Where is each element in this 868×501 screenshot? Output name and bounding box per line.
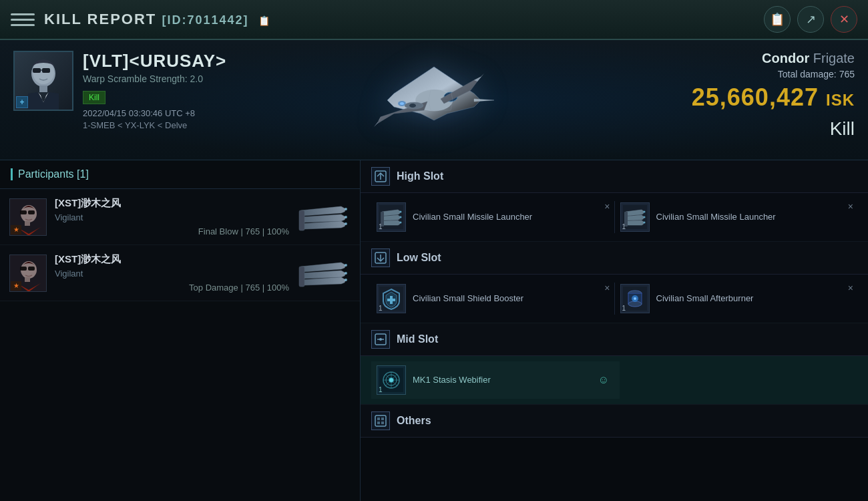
- remove-item-1[interactable]: ×: [604, 201, 610, 212]
- participant-name: [XST]渺木之风: [55, 197, 289, 210]
- missile-launcher-icon-2: 1: [620, 202, 650, 232]
- svg-point-38: [400, 216, 402, 218]
- svg-rect-68: [377, 418, 380, 420]
- low-slot-item-2-name: Civilian Small Afterburner: [656, 293, 754, 305]
- afterburner-icon: 1: [620, 284, 650, 313]
- menu-button[interactable]: [11, 7, 35, 31]
- svg-point-33: [345, 279, 347, 281]
- fitting-panel: High Slot 1 C: [361, 160, 868, 501]
- clipboard-button[interactable]: 📋: [764, 6, 791, 33]
- svg-point-44: [643, 222, 645, 224]
- low-slot-item-2[interactable]: 1 Civilian Small Afterburner ×: [615, 280, 858, 317]
- high-slot-items: 1 Civilian Small Missile Launcher ×: [361, 193, 868, 242]
- participant-stats: Final Blow | 765 | 100%: [55, 226, 289, 236]
- participant-weapon-2: [297, 257, 351, 290]
- kill-banner: + [VLT]<URUSAY> Warp Scramble Strength: …: [0, 40, 868, 160]
- isk-value: 25,660,427 ISK: [681, 84, 855, 112]
- item-qty-2: 1: [622, 223, 626, 230]
- svg-point-32: [345, 272, 347, 275]
- fitted-by-icon: ☺: [598, 374, 609, 386]
- remove-item-2[interactable]: ×: [848, 201, 853, 212]
- svg-point-24: [345, 222, 347, 225]
- role-label: Final Blow: [198, 226, 238, 236]
- svg-point-52: [628, 301, 642, 307]
- ship-type: Frigate: [813, 51, 855, 65]
- damage-value: 765: [245, 226, 260, 236]
- remove-item-3[interactable]: ×: [604, 283, 610, 293]
- main-content: Participants [1] ★: [0, 160, 868, 501]
- svg-point-54: [634, 297, 636, 300]
- low-slot-header: Low Slot: [361, 242, 868, 275]
- mid-slot-item-1[interactable]: 1 MK1 Stasis Webifier ☺: [371, 361, 620, 399]
- low-slot-item-1[interactable]: 1 Civilian Small Shield Booster ×: [371, 280, 614, 317]
- svg-rect-70: [377, 422, 380, 424]
- mid-slot-header: Mid Slot: [361, 323, 868, 356]
- close-button[interactable]: ✕: [831, 6, 857, 33]
- svg-point-37: [400, 211, 402, 213]
- item-qty-5: 1: [379, 386, 383, 393]
- participant-item[interactable]: ★ [XST]渺木之风 Vigilant Final Blow | 765 | …: [0, 189, 360, 245]
- role-label-2: Top Damage: [189, 283, 238, 293]
- report-id: [ID:7011442]: [162, 13, 248, 27]
- kill-badge: Kill: [83, 91, 105, 104]
- others-header: Others: [361, 405, 868, 438]
- kill-result: Kill: [681, 118, 855, 140]
- participants-label: Participants [1]: [18, 168, 89, 180]
- high-slot-item-2[interactable]: 1 Civilian Small Missile Launcher ×: [615, 198, 858, 236]
- participant-name-2: [XST]渺木之风: [55, 253, 289, 266]
- clipboard-icon: 📋: [770, 12, 785, 27]
- kill-stats: Condor Frigate Total damage: 765 25,660,…: [681, 51, 855, 149]
- high-slot-label: High Slot: [397, 170, 443, 182]
- copy-icon[interactable]: 📋: [258, 15, 271, 26]
- svg-point-66: [389, 378, 393, 382]
- others-label: Others: [397, 415, 431, 427]
- pilot-corp: Warp Scramble Strength: 2.0: [83, 73, 681, 84]
- participant-avatar: ★: [9, 198, 47, 236]
- remove-item-4[interactable]: ×: [848, 283, 853, 293]
- svg-rect-30: [299, 267, 304, 287]
- svg-point-42: [643, 211, 645, 213]
- total-damage: Total damage: 765: [681, 69, 855, 79]
- ship-name: Condor: [762, 51, 809, 65]
- high-slot-item-1[interactable]: 1 Civilian Small Missile Launcher ×: [371, 198, 614, 236]
- svg-rect-48: [387, 299, 395, 301]
- mid-slot-label: Mid Slot: [397, 333, 438, 345]
- svg-rect-6: [42, 68, 50, 73]
- participant-avatar-2: ★: [9, 255, 47, 292]
- high-slot-header: High Slot: [361, 160, 868, 193]
- kill-location: 1-SMEB < YX-LYK < Delve: [83, 120, 681, 130]
- close-icon: ✕: [839, 12, 849, 27]
- mid-slot-icon: [371, 330, 390, 349]
- damage-percent-2: 100%: [267, 283, 289, 293]
- damage-percent: 100%: [267, 226, 289, 236]
- add-button[interactable]: +: [16, 96, 28, 108]
- svg-rect-27: [25, 277, 30, 282]
- svg-point-43: [643, 216, 645, 218]
- svg-rect-67: [375, 415, 386, 426]
- isk-amount: 25,660,427: [692, 84, 819, 111]
- kill-date: 2022/04/15 03:30:46 UTC +8: [83, 108, 681, 118]
- svg-rect-69: [381, 418, 384, 420]
- svg-rect-71: [381, 422, 384, 424]
- title-text: KILL REPORT: [44, 11, 156, 27]
- participant-weapon: [297, 200, 351, 234]
- svg-rect-21: [299, 210, 304, 230]
- header: KILL REPORT [ID:7011442] 📋 📋 ↗ ✕: [0, 0, 868, 40]
- participant-item[interactable]: ★ [XST]渺木之风 Vigilant Top Damage | 765 | …: [0, 245, 360, 301]
- low-slot-items: 1 Civilian Small Shield Booster ×: [361, 275, 868, 323]
- svg-point-39: [400, 222, 402, 224]
- high-slot-item-1-name: Civilian Small Missile Launcher: [413, 212, 532, 223]
- export-button[interactable]: ↗: [797, 6, 824, 33]
- low-slot-item-1-name: Civilian Small Shield Booster: [413, 293, 523, 305]
- svg-rect-19: [20, 210, 27, 214]
- participant-ship-2: Vigilant: [55, 269, 289, 279]
- shield-booster-icon: 1: [377, 284, 406, 313]
- pilot-name: [VLT]<URUSAY>: [83, 51, 681, 71]
- header-actions: 📋 ↗ ✕: [764, 6, 857, 33]
- participant-ship: Vigilant: [55, 212, 289, 222]
- high-slot-icon: [371, 167, 390, 186]
- item-qty: 1: [379, 223, 383, 230]
- damage-value-2: 765: [245, 283, 260, 293]
- item-qty-3: 1: [379, 305, 383, 312]
- missile-launcher-icon-1: 1: [377, 202, 406, 232]
